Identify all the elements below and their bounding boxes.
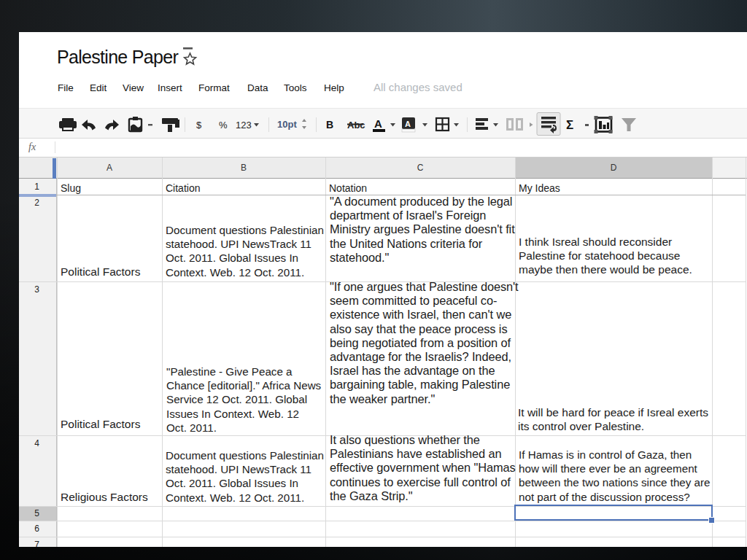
svg-text:A: A bbox=[405, 120, 411, 128]
svg-text:10pt: 10pt bbox=[277, 119, 297, 130]
svg-text:%: % bbox=[219, 120, 228, 131]
svg-text:Σ: Σ bbox=[566, 118, 573, 132]
svg-text:123: 123 bbox=[236, 120, 252, 131]
svg-text:A: A bbox=[374, 117, 382, 130]
svg-text:$: $ bbox=[196, 120, 202, 131]
svg-text:B: B bbox=[326, 119, 333, 131]
